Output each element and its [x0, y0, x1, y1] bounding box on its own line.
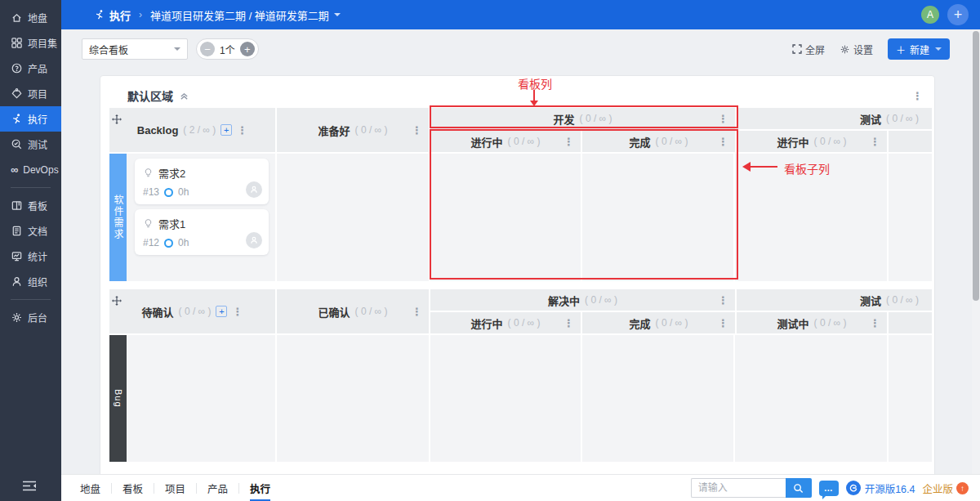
column-group-resolving: 解决中 ( 0 / ∞ ) ⋮ 进行中 ( 0 / ∞ ) ⋮ 完成 ( 0 /… [430, 289, 737, 333]
avatar[interactable]: A [921, 6, 939, 24]
annotation-column-label: 看板列 [494, 75, 576, 92]
card-title[interactable]: 需求1 [158, 216, 185, 231]
sidebar-item-admin[interactable]: 后台 [0, 305, 61, 330]
settings-button[interactable]: 设置 [840, 42, 873, 56]
sidebar: 地盘 项目集 产品 项目 执行 测试 ∞ DevOps 看板 文档 统计 组织 [0, 0, 61, 501]
search-button[interactable] [786, 478, 812, 498]
sidebar-item-project[interactable]: 项目 [0, 81, 61, 106]
chevron-down-icon[interactable] [334, 13, 341, 20]
sidebar-divider [11, 299, 51, 300]
board-count-stepper: − 1个 + [196, 38, 259, 60]
global-add-button[interactable]: + [947, 4, 969, 25]
footer-item-product[interactable]: 产品 [197, 481, 238, 496]
subcolumn-header-testing[interactable]: 测试中 ( 0 / ∞ ) ⋮ [737, 312, 889, 333]
program-grid-icon [11, 37, 23, 49]
create-button[interactable]: ＋ 新建 [888, 38, 950, 60]
card-id: #13 [143, 186, 159, 198]
topbar: 执行 › 禅道项目研发第二期 / 禅道研发第二期 A + [61, 0, 980, 29]
person-icon [11, 275, 23, 288]
open-source-version[interactable]: 开源版16.4 [846, 481, 915, 496]
card-status-icon[interactable] [164, 239, 173, 248]
column-menu-icon[interactable]: ⋮ [718, 318, 728, 329]
sidebar-item-execution[interactable]: 执行 [0, 106, 61, 132]
board-select[interactable]: 综合看板 [82, 38, 188, 60]
column-body-resolving-done [582, 335, 735, 462]
region-menu-icon[interactable]: ⋮ [912, 91, 923, 101]
column-menu-icon[interactable]: ⋮ [232, 306, 243, 317]
footer-item-execution[interactable]: 执行 [239, 481, 281, 496]
scrollbar-thumb[interactable] [973, 31, 979, 301]
footer-bar: 地盘 看板 项目 产品 执行 … 开源版16.4 企业版 ↑ [61, 474, 980, 501]
sidebar-item-program[interactable]: 项目集 [0, 30, 61, 56]
column-menu-icon[interactable]: ⋮ [564, 318, 574, 329]
card-assignee-avatar[interactable] [246, 232, 262, 248]
decrease-button[interactable]: − [200, 42, 215, 56]
subcolumn-header-doing[interactable]: 进行中 ( 0 / ∞ ) ⋮ [430, 312, 582, 333]
home-icon [11, 11, 23, 24]
gear-icon [11, 311, 23, 324]
card-assignee-avatar[interactable] [246, 181, 262, 198]
breadcrumb-section[interactable]: 执行 [109, 7, 131, 23]
breadcrumb-separator: › [139, 9, 142, 20]
column-body-resolving-doing [430, 335, 582, 462]
chevron-down-icon [935, 47, 942, 54]
column-menu-icon[interactable]: ⋮ [412, 125, 422, 136]
kanban-card[interactable]: 需求2 #13 0h [135, 159, 269, 204]
column-header-unconfirmed[interactable]: 待确认 ( 0 / ∞ ) + ⋮ [109, 289, 277, 333]
lane-bug: 待确认 ( 0 / ∞ ) + ⋮ 已确认 ( 0 / ∞ ) ⋮ 解决中 ( … [109, 289, 932, 462]
column-header-backlog[interactable]: Backlog ( 2 / ∞ ) + ⋮ [109, 108, 277, 152]
sidebar-item-kanban[interactable]: 看板 [0, 193, 61, 218]
sidebar-item-product[interactable]: 产品 [0, 56, 61, 81]
column-header-confirmed[interactable]: 已确认 ( 0 / ∞ ) ⋮ [277, 289, 430, 333]
zentao-logo [846, 481, 861, 495]
column-menu-icon[interactable]: ⋮ [237, 125, 247, 136]
column-menu-icon[interactable]: ⋮ [870, 136, 880, 147]
feedback-chat-icon[interactable]: … [819, 481, 839, 496]
chevron-down-icon [174, 47, 180, 54]
sidebar-item-doc[interactable]: 文档 [0, 218, 61, 244]
add-card-button[interactable]: + [220, 124, 232, 136]
column-menu-icon[interactable]: ⋮ [870, 318, 880, 329]
search-icon [793, 483, 804, 494]
lane-drag-handle[interactable] [112, 114, 122, 127]
column-group-test: 测试 ( 0 / ∞ ) 测试中 ( 0 / ∞ ) ⋮ [737, 289, 932, 333]
subcolumn-header-done[interactable]: 完成 ( 0 / ∞ ) ⋮ [582, 312, 735, 333]
breadcrumb-project[interactable]: 禅道项目研发第二期 / 禅道研发第二期 [150, 7, 329, 23]
card-status-icon[interactable] [164, 188, 173, 197]
column-header-test[interactable]: 测试 ( 0 / ∞ ) [737, 108, 932, 129]
subcolumn-header-clipped [889, 131, 932, 152]
vertical-scrollbar[interactable] [972, 29, 980, 474]
column-menu-icon[interactable]: ⋮ [718, 295, 728, 306]
sidebar-item-stats[interactable]: 统计 [0, 244, 61, 269]
sidebar-item-dashboard[interactable]: 地盘 [0, 5, 61, 30]
column-header-test[interactable]: 测试 ( 0 / ∞ ) [737, 289, 932, 311]
breadcrumb: 执行 › 禅道项目研发第二期 / 禅道研发第二期 [94, 7, 341, 23]
card-title[interactable]: 需求2 [158, 165, 185, 181]
footer-item-kanban[interactable]: 看板 [112, 481, 154, 496]
footer-item-project[interactable]: 项目 [154, 481, 196, 496]
story-lightbulb-icon [143, 168, 154, 178]
sidebar-item-qa[interactable]: 测试 [0, 132, 61, 157]
sidebar-item-org[interactable]: 组织 [0, 269, 61, 294]
kanban-card[interactable]: 需求1 #12 0h [135, 209, 269, 255]
footer-item-dashboard[interactable]: 地盘 [69, 481, 111, 496]
collapse-double-chevron-icon[interactable] [180, 92, 189, 101]
plus-icon: ＋ [896, 42, 906, 56]
column-header-ready[interactable]: 准备好 ( 0 / ∞ ) ⋮ [277, 108, 430, 152]
test-magnifier-icon [11, 138, 23, 150]
fullscreen-button[interactable]: 全屏 [792, 42, 825, 56]
sidebar-item-devops[interactable]: ∞ DevOps [0, 157, 61, 182]
subcolumn-header-testing-doing[interactable]: 进行中 ( 0 / ∞ ) ⋮ [737, 131, 889, 152]
sidebar-collapse-button[interactable] [21, 480, 38, 494]
runner-icon [94, 9, 105, 20]
column-menu-icon[interactable]: ⋮ [412, 306, 422, 317]
annotation-box-column [430, 105, 738, 128]
enterprise-upgrade-link[interactable]: 企业版 ↑ [922, 481, 969, 496]
search-input[interactable] [691, 478, 786, 498]
column-header-resolving[interactable]: 解决中 ( 0 / ∞ ) ⋮ [430, 289, 735, 311]
add-card-button[interactable]: + [216, 306, 227, 317]
column-body-test [735, 335, 932, 462]
lane-drag-handle[interactable] [112, 296, 122, 308]
increase-button[interactable]: + [240, 42, 255, 56]
fullscreen-icon [792, 44, 802, 54]
